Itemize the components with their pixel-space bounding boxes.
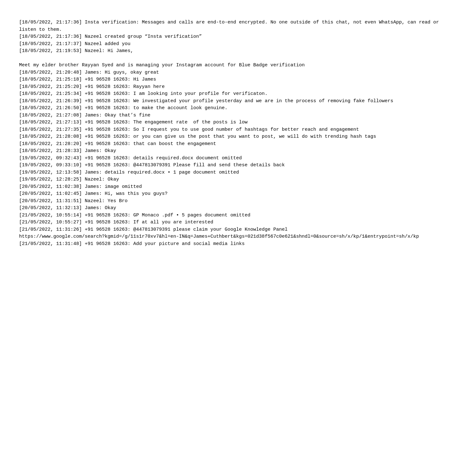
chat-log: [18/05/2022, 21:17:36] Insta verificatio… — [19, 19, 457, 248]
